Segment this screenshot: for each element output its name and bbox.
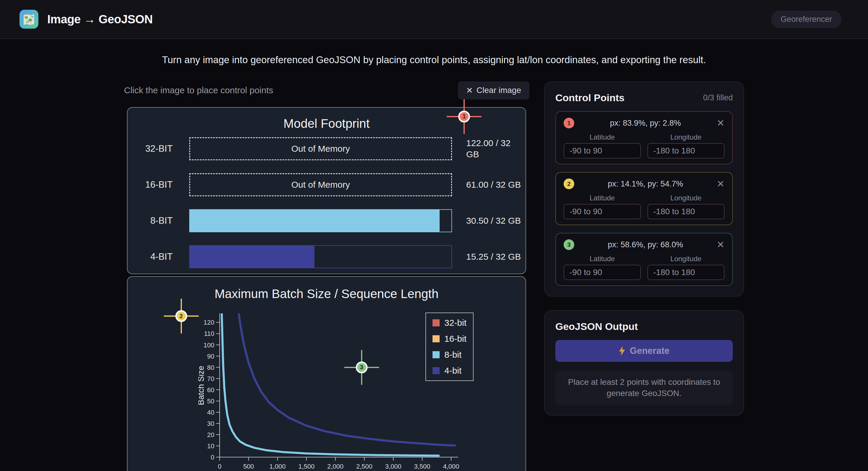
point-number-badge: 3: [564, 239, 574, 250]
main-content: Turn any image into georeferenced GeoJSO…: [124, 54, 744, 471]
remove-point-button[interactable]: ✕: [717, 118, 724, 128]
generate-requirement-note: Place at least 2 points with coordinates…: [555, 371, 733, 405]
point-pixel-coords: px: 14.1%, py: 54.7%: [574, 180, 717, 189]
svg-text:80: 80: [207, 364, 214, 371]
model-footprint-chart: Model Footprint 32-BIT Out of Memory 122…: [127, 107, 526, 274]
bar-category-label: 8-BIT: [128, 215, 189, 226]
clear-image-button[interactable]: ✕ Clear image: [458, 82, 529, 99]
longitude-label: Longitude: [647, 194, 725, 202]
control-point-card-3: 3 px: 58.6%, py: 68.0% ✕ Latitude Longit…: [555, 233, 733, 286]
bar-category-label: 32-BIT: [128, 144, 189, 154]
generate-button[interactable]: Generate: [555, 340, 733, 362]
svg-text:500: 500: [243, 463, 254, 470]
control-points-title: Control Points: [555, 92, 624, 103]
svg-text:40: 40: [207, 409, 214, 416]
uploaded-image-canvas[interactable]: Model Footprint 32-BIT Out of Memory 122…: [124, 106, 529, 471]
legend-entry: 32-bit: [433, 318, 466, 328]
bar-value-label: 122.00 / 32 GB: [466, 137, 526, 160]
svg-text:70: 70: [207, 375, 214, 382]
bar-16bit: Out of Memory: [189, 173, 452, 196]
svg-text:1,500: 1,500: [298, 463, 314, 470]
generate-label: Generate: [630, 346, 669, 356]
geojson-output-panel: GeoJSON Output Generate Place at least 2…: [544, 310, 744, 415]
image-viewer-section: Click the image to place control points …: [124, 82, 529, 471]
control-point-card-2: 2 px: 14.1%, py: 54.7% ✕ Latitude Longit…: [555, 172, 733, 225]
batch-size-chart: Maximum Batch Size / Sequence Length 010…: [127, 276, 526, 471]
chart-legend: 32-bit16-bit8-bit4-bit: [426, 313, 473, 381]
app-logo-map-icon: [20, 10, 38, 29]
svg-text:4,000: 4,000: [443, 463, 459, 470]
longitude-input[interactable]: [647, 204, 725, 219]
svg-text:90: 90: [207, 353, 214, 360]
svg-text:2,000: 2,000: [327, 463, 343, 470]
svg-text:100: 100: [204, 341, 214, 349]
control-point-card-1: 1 px: 83.9%, py: 2.8% ✕ Latitude Longitu…: [555, 111, 733, 164]
page-title: Image → GeoJSON: [47, 13, 153, 26]
point-number-badge: 1: [564, 118, 574, 128]
svg-text:30: 30: [207, 420, 214, 427]
latitude-label: Latitude: [564, 133, 641, 142]
bar-value-label: 30.50 / 32 GB: [466, 215, 526, 226]
svg-text:3,000: 3,000: [385, 463, 401, 470]
legend-entry: 8-bit: [433, 350, 466, 360]
svg-text:50: 50: [207, 398, 214, 405]
svg-text:3,500: 3,500: [414, 463, 430, 470]
filled-status-badge: 0/3 filled: [703, 93, 733, 102]
bar-value-label: 15.25 / 32 GB: [466, 251, 526, 262]
svg-text:0: 0: [211, 453, 214, 461]
bar-row: 16-BIT Out of Memory 61.00 / 32 GB: [128, 167, 526, 203]
close-icon: ✕: [466, 86, 473, 95]
bar-value-label: 61.00 / 32 GB: [466, 179, 526, 190]
intro-text: Turn any image into georeferenced GeoJSO…: [124, 54, 744, 65]
latitude-input[interactable]: [564, 143, 641, 158]
legend-entry: 16-bit: [433, 334, 466, 344]
longitude-label: Longitude: [647, 133, 725, 142]
bar-8bit: [189, 209, 452, 232]
bar-row: 8-BIT 30.50 / 32 GB: [128, 203, 526, 239]
bar-row: 4-BIT 15.25 / 32 GB: [128, 239, 526, 275]
clear-image-label: Clear image: [476, 86, 521, 95]
chart2-title: Maximum Batch Size / Sequence Length: [128, 287, 526, 301]
remove-point-button[interactable]: ✕: [717, 240, 724, 249]
remove-point-button[interactable]: ✕: [717, 179, 724, 189]
lightning-bolt-icon: [619, 346, 626, 356]
top-bar: Image → GeoJSON Georeferencer: [0, 0, 868, 39]
svg-text:10: 10: [207, 442, 214, 450]
line-plot: 010203040506070809010011012005001,0001,5…: [198, 306, 464, 471]
bar-category-label: 4-BIT: [128, 251, 189, 262]
longitude-input[interactable]: [647, 265, 725, 280]
longitude-input[interactable]: [647, 143, 725, 158]
svg-text:60: 60: [207, 386, 214, 394]
point-pixel-coords: px: 83.9%, py: 2.8%: [574, 119, 717, 128]
latitude-label: Latitude: [564, 194, 641, 202]
bar-chart-rows: 32-BIT Out of Memory 122.00 / 32 GB 16-B…: [128, 131, 526, 275]
svg-text:0: 0: [218, 463, 221, 470]
point-pixel-coords: px: 58.6%, py: 68.0%: [574, 240, 717, 249]
point-number-badge: 2: [564, 179, 574, 189]
bar-32bit: Out of Memory: [189, 137, 452, 160]
bar-category-label: 16-BIT: [128, 180, 189, 190]
svg-text:Batch Size: Batch Size: [198, 366, 206, 405]
control-points-panel: Control Points 0/3 filled 1 px: 83.9%, p…: [544, 82, 744, 296]
latitude-label: Latitude: [564, 255, 641, 263]
latitude-input[interactable]: [564, 265, 641, 280]
svg-text:110: 110: [204, 330, 214, 337]
svg-text:2,500: 2,500: [356, 463, 372, 470]
geojson-output-title: GeoJSON Output: [555, 321, 638, 332]
svg-text:20: 20: [207, 431, 214, 439]
viewer-hint: Click the image to place control points: [124, 85, 273, 95]
georeferencer-badge: Georeferencer: [771, 11, 841, 28]
bar-4bit: [189, 245, 452, 268]
bar-row: 32-BIT Out of Memory 122.00 / 32 GB: [128, 131, 526, 167]
longitude-label: Longitude: [647, 255, 725, 263]
legend-entry: 4-bit: [433, 366, 466, 376]
sidebar-panels: Control Points 0/3 filled 1 px: 83.9%, p…: [544, 82, 744, 471]
latitude-input[interactable]: [564, 204, 641, 219]
svg-text:120: 120: [204, 319, 214, 326]
svg-text:1,000: 1,000: [269, 463, 285, 470]
